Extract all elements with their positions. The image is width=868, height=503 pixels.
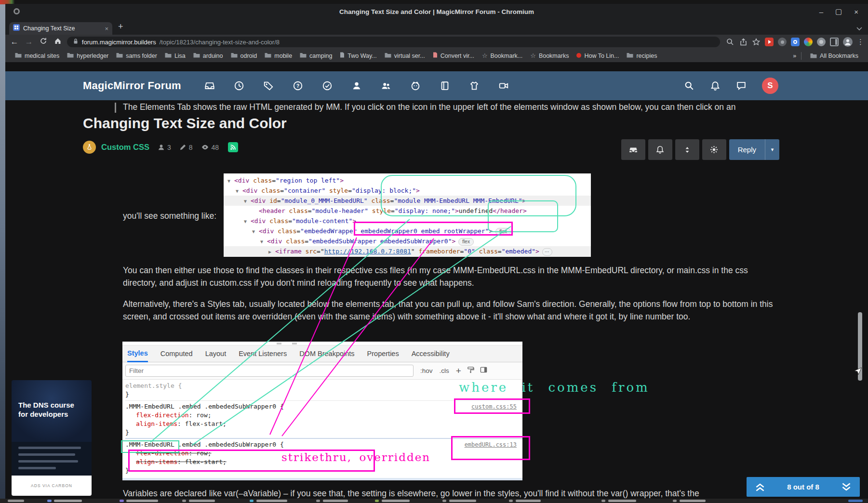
user-avatar[interactable]: S [762, 78, 778, 94]
taskbar-item[interactable] [256, 500, 287, 502]
share-icon[interactable] [739, 38, 748, 46]
menu-kebab-icon[interactable]: ⋮ [857, 38, 864, 46]
github-icon[interactable] [410, 80, 421, 91]
address-bar[interactable]: forum.magicmirror.builders/topic/18213/c… [67, 37, 720, 47]
bookmark-item[interactable]: ☆Bookmarks [526, 51, 573, 61]
close-icon[interactable]: × [854, 8, 858, 16]
extension-grey-icon[interactable] [817, 38, 826, 46]
taskbar-item[interactable] [250, 500, 254, 502]
bookmark-item[interactable]: Convert vir... [429, 51, 478, 61]
all-bookmarks-button[interactable]: All Bookmarks [806, 51, 862, 61]
taskbar-item[interactable] [382, 500, 410, 502]
docs-icon[interactable] [440, 80, 450, 91]
taskbar-item[interactable] [316, 500, 320, 502]
video-icon[interactable] [498, 80, 509, 91]
forward-icon[interactable]: → [24, 37, 34, 47]
bookmark-item[interactable]: How To Lin... [573, 51, 623, 61]
bookmark-item[interactable]: odroid [227, 51, 261, 61]
help-icon[interactable]: ? [293, 80, 303, 91]
extension-camera-icon[interactable] [791, 38, 800, 46]
bookmark-label: Bookmarks [539, 53, 569, 59]
taskbar-item[interactable] [323, 500, 348, 502]
taskbar-item[interactable] [516, 500, 541, 502]
devtools-toolbar-edge [122, 342, 522, 345]
taskbar-item[interactable] [126, 500, 158, 502]
notifications-bell-icon[interactable] [710, 80, 721, 91]
extension-dark-icon[interactable] [778, 38, 787, 46]
swag-icon[interactable] [469, 80, 480, 91]
recent-icon[interactable] [234, 80, 244, 91]
taskbar-item[interactable] [680, 500, 706, 502]
bookmark-star-icon[interactable] [752, 38, 761, 46]
new-tab-button[interactable]: + [118, 22, 123, 32]
home-icon[interactable] [53, 37, 63, 47]
taskbar-item[interactable] [189, 500, 215, 502]
bookmark-item[interactable]: virtual ser... [381, 51, 429, 61]
topic-tools-gear-button[interactable] [702, 139, 726, 160]
reload-icon[interactable] [38, 37, 49, 47]
extension-video-icon[interactable] [765, 38, 774, 46]
bookmark-item[interactable]: hyperledger [63, 51, 112, 61]
sort-button[interactable] [675, 139, 699, 160]
devtools-style-controls: :hov.cls+ [420, 366, 461, 376]
bookmark-item[interactable]: sams folder [112, 51, 161, 61]
taskbar-item[interactable] [47, 500, 52, 502]
taskbar-item[interactable] [182, 500, 186, 502]
forum-brand[interactable]: MagicMirror Forum [83, 79, 181, 92]
bookmarks-overflow-icon[interactable]: » [793, 53, 796, 59]
taskbar-item[interactable] [601, 500, 605, 502]
page-down-button[interactable] [833, 482, 860, 492]
category-badge-flask-icon[interactable] [83, 141, 96, 154]
taskbar-item[interactable] [8, 500, 24, 502]
reply-button[interactable]: Reply ▾ [729, 139, 779, 160]
back-icon[interactable]: ← [9, 37, 20, 47]
taskbar-item[interactable] [848, 500, 863, 502]
post-image-devtools-styles[interactable]: StylesComputedLayoutEvent ListenersDOM B… [122, 342, 522, 480]
taskbar-item[interactable] [449, 500, 476, 502]
post-image-devtools-elements[interactable]: ▼<div class="region top left">▼<div clas… [224, 173, 591, 257]
rss-icon[interactable] [228, 142, 238, 152]
paint-format-icon [467, 366, 474, 375]
zoom-icon[interactable] [726, 38, 734, 46]
browser-tab[interactable]: Changing Text Size × [9, 22, 112, 35]
extension-color-icon[interactable] [804, 38, 813, 46]
chat-icon[interactable] [736, 80, 747, 91]
users-icon[interactable] [351, 80, 362, 91]
bookmark-item[interactable]: camping [296, 51, 336, 61]
groups-icon[interactable] [381, 80, 391, 91]
profile-icon[interactable] [843, 37, 853, 47]
watch-bell-button[interactable] [648, 139, 672, 160]
mark-unread-button[interactable] [621, 139, 645, 160]
bookmark-label: mobile [274, 53, 292, 59]
bookmark-item[interactable]: arduino [189, 51, 227, 61]
bookmark-item[interactable]: recipies [623, 51, 661, 61]
bookmark-item[interactable]: mobile [261, 51, 296, 61]
sidebar-panel-icon[interactable] [830, 38, 839, 46]
category-link[interactable]: Custom CSS [101, 143, 149, 152]
bookmark-item[interactable]: medical sites [11, 51, 63, 61]
taskbar-item[interactable] [608, 500, 636, 502]
reply-dropdown-caret-icon[interactable]: ▾ [765, 139, 779, 160]
taskbar-item[interactable] [54, 500, 82, 502]
taskbar-item[interactable] [673, 500, 677, 502]
page-up-button[interactable] [747, 482, 774, 492]
taskbar-item[interactable] [375, 500, 379, 502]
bookmark-item[interactable]: Two Way... [336, 51, 380, 61]
bookmark-item[interactable]: Lisa [161, 51, 189, 61]
tab-search-icon[interactable] [856, 24, 862, 33]
solved-icon[interactable] [322, 80, 333, 91]
unread-icon[interactable] [204, 80, 215, 91]
tags-icon[interactable] [263, 80, 274, 91]
tab-favicon [13, 24, 20, 33]
taskbar-item[interactable] [442, 500, 446, 502]
maximize-icon[interactable]: ▢ [835, 7, 842, 16]
search-icon[interactable] [684, 80, 694, 91]
bookmark-item[interactable]: ☆Bookmark... [478, 51, 526, 61]
tab-close-icon[interactable]: × [105, 25, 108, 32]
taskbar-item[interactable] [120, 500, 124, 502]
carbon-ad[interactable]: The DNS course for developers ADS VIA CA… [12, 380, 92, 496]
folder-icon [116, 53, 123, 59]
taskbar-item[interactable] [509, 500, 513, 502]
minimize-icon[interactable]: – [819, 8, 823, 16]
css-declaration: align-items: flex-start; [125, 420, 522, 428]
